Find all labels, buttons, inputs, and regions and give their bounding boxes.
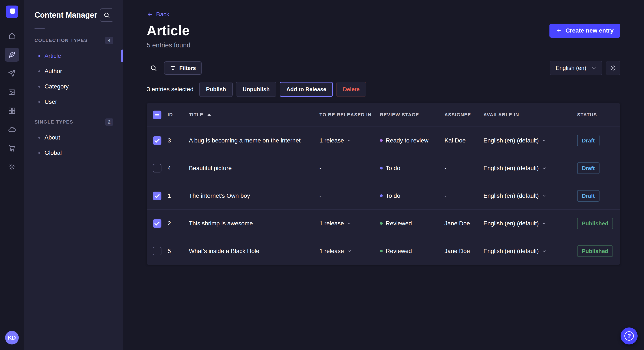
status-badge: Draft	[577, 163, 600, 174]
bullet-icon	[38, 70, 40, 72]
bullet-icon	[38, 55, 40, 57]
column-header-release[interactable]: TO BE RELEASED IN	[320, 112, 380, 118]
cell-title[interactable]: A bug is becoming a meme on the internet	[189, 137, 320, 144]
cell-id: 3	[168, 137, 189, 144]
column-header-title-label: TITLE	[189, 112, 204, 118]
single-types-count-badge: 2	[105, 118, 113, 126]
strapi-logo[interactable]	[6, 5, 18, 18]
nav-deploy-button[interactable]	[5, 123, 19, 137]
cell-release[interactable]: 1 release	[320, 137, 380, 144]
chevron-down-icon[interactable]	[347, 221, 352, 226]
cell-title[interactable]: What's inside a Black Hole	[189, 248, 320, 255]
chevron-down-icon[interactable]	[542, 221, 546, 226]
row-checkbox[interactable]	[153, 219, 162, 228]
chevron-down-icon[interactable]	[347, 249, 352, 253]
sidebar-item-author[interactable]: Author	[34, 64, 113, 79]
chevron-down-icon[interactable]	[347, 138, 352, 143]
row-checkbox[interactable]	[153, 191, 162, 200]
column-header-assignee[interactable]: ASSIGNEE	[444, 112, 484, 118]
column-header-id[interactable]: ID	[168, 112, 189, 118]
table-row[interactable]: 4 Beautiful picture - To do - English (e…	[147, 154, 620, 182]
sidebar-item-article[interactable]: Article	[34, 48, 113, 64]
delete-button[interactable]: Delete	[336, 82, 366, 97]
stage-label: Reviewed	[386, 220, 412, 227]
stage-dot	[380, 167, 383, 170]
add-to-release-button[interactable]: Add to Release	[280, 82, 333, 97]
cell-id: 2	[168, 220, 189, 227]
nav-content-type-builder-button[interactable]	[5, 104, 19, 118]
locale-select[interactable]: English (en)	[550, 61, 602, 75]
cell-release[interactable]: 1 release	[320, 220, 380, 227]
publish-button[interactable]: Publish	[199, 82, 232, 97]
table-row[interactable]: 3 A bug is becoming a meme on the intern…	[147, 127, 620, 154]
content-manager-sidebar: Content Manager COLLECTION TYPES 4 Artic…	[24, 0, 123, 350]
cell-available-in[interactable]: English (en) (default)	[484, 137, 577, 144]
table-header-row: ID TITLE TO BE RELEASED IN REVIEW STAGE …	[147, 103, 620, 127]
content-types-search-button[interactable]	[100, 8, 113, 22]
gear-icon	[8, 163, 16, 171]
row-checkbox[interactable]	[153, 247, 162, 255]
column-header-status[interactable]: STATUS	[577, 112, 620, 118]
cell-available-in[interactable]: English (en) (default)	[484, 248, 577, 255]
nav-releases-button[interactable]	[5, 66, 19, 80]
plus-icon	[556, 28, 562, 33]
cell-assignee: Kai Doe	[444, 137, 484, 144]
available-in-value: English (en) (default)	[484, 220, 539, 227]
column-header-review-stage[interactable]: REVIEW STAGE	[380, 112, 444, 118]
nav-marketplace-button[interactable]	[5, 141, 19, 155]
select-all-checkbox[interactable]	[153, 111, 162, 119]
table-row[interactable]: 1 The internet's Own boy - To do - Engli…	[147, 182, 620, 209]
chevron-down-icon[interactable]	[542, 193, 546, 198]
bullet-icon	[38, 86, 40, 88]
cell-release[interactable]: 1 release	[320, 248, 380, 255]
column-header-title[interactable]: TITLE	[189, 112, 320, 118]
view-settings-button[interactable]	[606, 61, 620, 75]
cell-available-in[interactable]: English (en) (default)	[484, 220, 577, 227]
nav-settings-button[interactable]	[5, 160, 19, 174]
arrow-left-icon	[147, 11, 153, 18]
chevron-down-icon[interactable]	[542, 249, 546, 253]
cell-available-in[interactable]: English (en) (default)	[484, 192, 577, 199]
column-header-available-in[interactable]: AVAILABLE IN	[484, 112, 577, 118]
sidebar-item-global[interactable]: Global	[34, 145, 113, 161]
status-badge: Draft	[577, 190, 600, 201]
cell-status: Published	[577, 245, 620, 257]
row-checkbox[interactable]	[153, 164, 162, 173]
sidebar-item-about[interactable]: About	[34, 130, 113, 145]
cell-id: 5	[168, 248, 189, 255]
available-in-value: English (en) (default)	[484, 137, 539, 144]
nav-media-library-button[interactable]	[5, 85, 19, 99]
user-avatar[interactable]: KD	[5, 331, 19, 345]
help-button[interactable]: ?	[620, 328, 638, 345]
filter-icon	[170, 65, 176, 71]
row-checkbox[interactable]	[153, 136, 162, 145]
filters-button[interactable]: Filters	[164, 61, 202, 75]
sidebar-item-category[interactable]: Category	[34, 79, 113, 94]
chevron-down-icon[interactable]	[542, 166, 546, 171]
available-in-value: English (en) (default)	[484, 165, 539, 172]
cell-available-in[interactable]: English (en) (default)	[484, 165, 577, 172]
chevron-down-icon[interactable]	[542, 138, 546, 143]
cell-status: Published	[577, 218, 620, 229]
sidebar-item-user[interactable]: User	[34, 94, 113, 110]
cell-title[interactable]: Beautiful picture	[189, 165, 320, 172]
unpublish-button[interactable]: Unpublish	[236, 82, 276, 97]
cell-title[interactable]: This shrimp is awesome	[189, 220, 320, 227]
nav-home-button[interactable]	[5, 29, 19, 43]
gear-icon	[610, 65, 616, 71]
cell-release[interactable]: -	[320, 165, 380, 172]
entries-table: ID TITLE TO BE RELEASED IN REVIEW STAGE …	[147, 103, 620, 265]
collection-types-label: COLLECTION TYPES	[34, 38, 88, 43]
available-in-value: English (en) (default)	[484, 248, 539, 255]
table-row[interactable]: 2 This shrimp is awesome 1 release Revie…	[147, 209, 620, 237]
back-link[interactable]: Back	[147, 11, 169, 18]
nav-content-manager-button[interactable]	[5, 48, 19, 62]
create-new-entry-button[interactable]: Create new entry	[550, 24, 620, 38]
paper-plane-icon	[8, 70, 16, 77]
cell-title[interactable]: The internet's Own boy	[189, 192, 320, 199]
stage-label: Ready to review	[386, 137, 428, 144]
cell-release[interactable]: -	[320, 192, 380, 199]
table-row[interactable]: 5 What's inside a Black Hole 1 release R…	[147, 237, 620, 265]
entries-search-button[interactable]	[147, 61, 160, 75]
bullet-icon	[38, 152, 40, 154]
